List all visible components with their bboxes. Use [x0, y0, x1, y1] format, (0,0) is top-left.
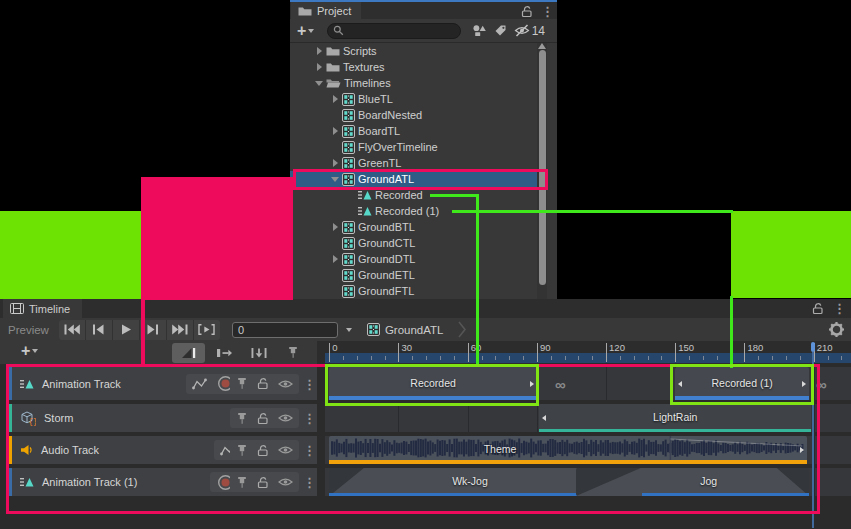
curves-icon[interactable]: [192, 378, 207, 390]
create-asset-button[interactable]: +: [297, 24, 314, 38]
chevron-down-icon[interactable]: [346, 328, 352, 332]
pin-icon[interactable]: [236, 444, 248, 457]
tree-item-groundetl[interactable]: GroundETL: [290, 267, 547, 283]
eye-icon[interactable]: [278, 413, 293, 423]
tree-item-recorded-1-[interactable]: Recorded (1): [290, 203, 547, 219]
pin-icon[interactable]: [236, 377, 248, 390]
tree-item-groundftl[interactable]: GroundFTL: [290, 283, 547, 299]
expand-arrow-icon[interactable]: [328, 252, 342, 266]
arrow-slot: [344, 204, 358, 218]
unlock-icon[interactable]: [257, 444, 269, 457]
gear-icon[interactable]: [829, 322, 844, 337]
tree-item-greentl[interactable]: GreenTL: [290, 155, 547, 171]
kebab-menu-icon[interactable]: ⋮: [833, 301, 845, 316]
expand-arrow-icon[interactable]: [312, 76, 326, 90]
expand-arrow-icon[interactable]: [328, 156, 342, 170]
track-toggles-group: [230, 472, 299, 492]
unlock-icon[interactable]: [812, 302, 824, 315]
clip-edge-handle-left[interactable]: [678, 381, 682, 387]
clip-edit-mode-ripple[interactable]: [209, 343, 240, 363]
add-track-button[interactable]: +: [21, 344, 38, 358]
transport-controls: [59, 320, 220, 340]
tree-item-boardtl[interactable]: BoardTL: [290, 123, 547, 139]
unlock-icon[interactable]: [257, 377, 269, 390]
track-header-storm[interactable]: {}Storm⋮: [8, 404, 317, 432]
track-header-animation-track-1-[interactable]: Animation Track (1)⋮: [8, 468, 317, 496]
timeline-end-marker[interactable]: [811, 342, 816, 352]
kebab-menu-icon[interactable]: ⋮: [541, 4, 553, 19]
pin-icon[interactable]: [236, 412, 248, 425]
next-frame-icon: [146, 324, 159, 335]
preview-toggle[interactable]: Preview: [8, 324, 49, 336]
track-header-animation-track[interactable]: Animation Track⋮: [8, 367, 317, 400]
track-lane-3[interactable]: Wk-JogJog: [325, 468, 851, 496]
project-scrollbar[interactable]: [537, 43, 547, 300]
tree-item-boardnested[interactable]: BoardNested: [290, 107, 547, 123]
kebab-menu-icon[interactable]: ⋮: [303, 376, 315, 391]
expand-arrow-icon[interactable]: [312, 44, 326, 58]
play-range-button[interactable]: [194, 320, 220, 340]
eye-icon[interactable]: [278, 477, 293, 487]
track-lane-2[interactable]: Theme: [325, 436, 851, 464]
scrollbar-thumb[interactable]: [539, 50, 546, 285]
ruler-minor-tick: [592, 356, 593, 360]
timeline-ruler[interactable]: 0306090120150180210: [317, 341, 851, 364]
tree-item-textures[interactable]: Textures: [290, 59, 547, 75]
search-by-label-icon[interactable]: [494, 24, 507, 37]
scroll-up-icon[interactable]: [538, 43, 546, 49]
frame-field[interactable]: [232, 322, 338, 338]
eye-icon[interactable]: [278, 379, 293, 389]
tree-item-timelines[interactable]: Timelines: [290, 75, 547, 91]
tree-item-groundatl[interactable]: GroundATL: [290, 171, 547, 187]
play-button[interactable]: [113, 320, 140, 340]
marker-track-toggle[interactable]: [281, 343, 305, 363]
tree-item-recorded[interactable]: Recorded: [290, 187, 547, 203]
unlock-icon[interactable]: [521, 5, 533, 18]
tree-item-bluetl[interactable]: BlueTL: [290, 91, 547, 107]
kebab-menu-icon[interactable]: ⋮: [303, 411, 315, 426]
expand-arrow-icon[interactable]: [328, 220, 342, 234]
ruler-minor-tick: [371, 356, 372, 360]
tree-item-label: GroundDTL: [358, 253, 415, 265]
tree-item-groundctl[interactable]: GroundCTL: [290, 235, 547, 251]
tree-item-grounddtl[interactable]: GroundDTL: [290, 251, 547, 267]
clip-theme[interactable]: [329, 436, 806, 464]
expand-arrow-icon[interactable]: [312, 60, 326, 74]
eye-icon[interactable]: [278, 445, 293, 455]
expand-arrow-icon[interactable]: [328, 172, 342, 186]
tab-project[interactable]: Project: [291, 2, 361, 19]
clip-edge-handle-right[interactable]: [802, 381, 806, 387]
track-header-audio-track[interactable]: Audio Track⋮: [8, 436, 317, 464]
search-field[interactable]: [327, 23, 461, 39]
expand-arrow-icon[interactable]: [328, 124, 342, 138]
tree-item-scripts[interactable]: Scripts: [290, 43, 547, 59]
track-lane-1[interactable]: LightRain: [325, 404, 851, 432]
breadcrumb[interactable]: GroundATL: [367, 321, 467, 338]
clip-edge-handle-right[interactable]: [800, 447, 804, 453]
tab-timeline[interactable]: Timeline: [3, 299, 82, 318]
search-icon: [333, 25, 344, 36]
ruler-minor-tick: [772, 356, 773, 360]
previous-frame-button[interactable]: [86, 320, 113, 340]
go-to-start-button[interactable]: [59, 320, 86, 340]
search-by-type-icon[interactable]: [472, 24, 487, 37]
next-frame-button[interactable]: [140, 320, 167, 340]
clip-edit-mode-mix[interactable]: [172, 343, 205, 363]
kebab-menu-icon[interactable]: ⋮: [303, 443, 315, 458]
arrow-slot: [328, 284, 342, 298]
track-lane-0[interactable]: Recorded∞Recorded (1)∞: [325, 367, 851, 400]
go-to-end-button[interactable]: [167, 320, 194, 340]
clip-edge-handle-left[interactable]: [542, 415, 546, 421]
pin-icon[interactable]: [236, 476, 248, 489]
search-input[interactable]: [347, 24, 441, 37]
clip-edit-mode-replace[interactable]: [243, 343, 274, 363]
kebab-menu-icon[interactable]: ⋮: [303, 475, 315, 490]
ruler-minor-tick: [482, 356, 483, 360]
clip-edge-handle-right[interactable]: [530, 381, 534, 387]
unlock-icon[interactable]: [257, 476, 269, 489]
expand-arrow-icon[interactable]: [328, 92, 342, 106]
tree-item-flyovertimeline[interactable]: FlyOverTimeline: [290, 139, 547, 155]
tree-item-groundbtl[interactable]: GroundBTL: [290, 219, 547, 235]
hidden-items-toggle[interactable]: 14: [514, 24, 545, 38]
unlock-icon[interactable]: [257, 412, 269, 425]
